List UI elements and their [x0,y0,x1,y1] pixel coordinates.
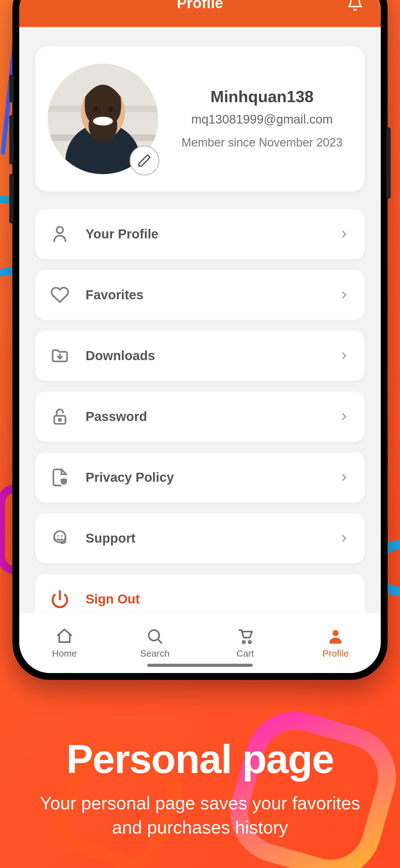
menu-label: Privacy Policy [69,470,339,485]
phone-button [9,115,14,164]
chevron-right-icon [339,472,350,483]
svg-point-20 [248,641,251,643]
menu-label: Your Profile [69,227,339,242]
svg-point-15 [61,535,63,537]
nav-label: Search [140,648,170,659]
chevron-right-icon [339,350,350,361]
menu-downloads[interactable]: Downloads [35,331,365,381]
pencil-icon [137,153,152,168]
page-title: Profile [177,0,223,11]
svg-point-6 [89,109,118,142]
promo-title: Personal page [37,736,363,782]
nav-label: Home [52,648,77,659]
home-icon [56,627,73,645]
chevron-right-icon [339,289,350,301]
menu-sign-out[interactable]: Sign Out [35,574,365,613]
chevron-right-icon [339,533,350,544]
nav-profile[interactable]: Profile [291,613,381,673]
svg-point-7 [93,117,113,125]
nav-label: Profile [323,648,349,659]
svg-rect-11 [54,416,65,424]
edit-avatar-button[interactable] [130,146,159,176]
menu-label: Downloads [69,348,339,363]
menu-your-profile[interactable]: Your Profile [35,209,365,259]
profile-info: Minhquan138 mq13081999@gmail.com Member … [172,87,352,150]
settings-menu: Your Profile Favorites Downloads [35,209,365,613]
chevron-right-icon [339,228,350,240]
phone-button [386,127,391,199]
phone-button [9,74,14,102]
profile-card: Minhquan138 mq13081999@gmail.com Member … [35,46,365,191]
svg-point-12 [59,418,61,421]
app-header: Profile [19,0,381,27]
heart-icon [50,285,69,305]
menu-label: Password [69,409,339,424]
menu-favorites[interactable]: Favorites [35,270,365,320]
phone-button [9,174,14,223]
power-icon [50,590,69,609]
menu-support[interactable]: Support [35,513,365,563]
nav-label: Cart [236,648,254,659]
menu-label: Favorites [69,287,339,302]
menu-label: Sign Out [69,592,350,607]
person-icon [50,224,69,244]
search-icon [146,627,164,645]
marketing-background: Profile [0,0,400,868]
promo-text: Personal page Your personal page saves y… [0,736,400,840]
avatar-container [48,64,158,174]
promo-subtitle: Your personal page saves your favorites … [37,791,363,840]
menu-privacy-policy[interactable]: Privacy Policy [35,452,365,503]
svg-point-10 [57,227,63,234]
user-email: mq13081999@gmail.com [172,112,352,127]
lock-icon [50,407,69,426]
bottom-nav: Home Search Cart Profile [19,613,381,673]
phone-mockup: Profile [12,0,388,680]
svg-point-19 [242,641,245,643]
menu-label: Support [69,531,339,546]
support-headset-icon [50,529,69,548]
person-icon [327,627,344,645]
document-shield-icon [50,468,69,487]
download-folder-icon [50,346,69,365]
chevron-right-icon [339,411,350,422]
nav-home[interactable]: Home [19,613,110,673]
svg-point-21 [333,630,339,636]
bell-icon [347,0,363,11]
svg-line-18 [158,640,162,643]
username: Minhquan138 [172,87,352,106]
svg-point-14 [57,535,59,537]
app-screen: Profile [19,0,381,673]
app-body: Minhquan138 mq13081999@gmail.com Member … [19,27,381,613]
menu-password[interactable]: Password [35,392,365,442]
member-since: Member since November 2023 [172,135,352,150]
home-indicator [147,664,253,667]
svg-point-8 [93,106,98,112]
cart-icon [236,627,254,645]
notifications-button[interactable] [347,0,363,11]
svg-point-9 [108,106,113,112]
